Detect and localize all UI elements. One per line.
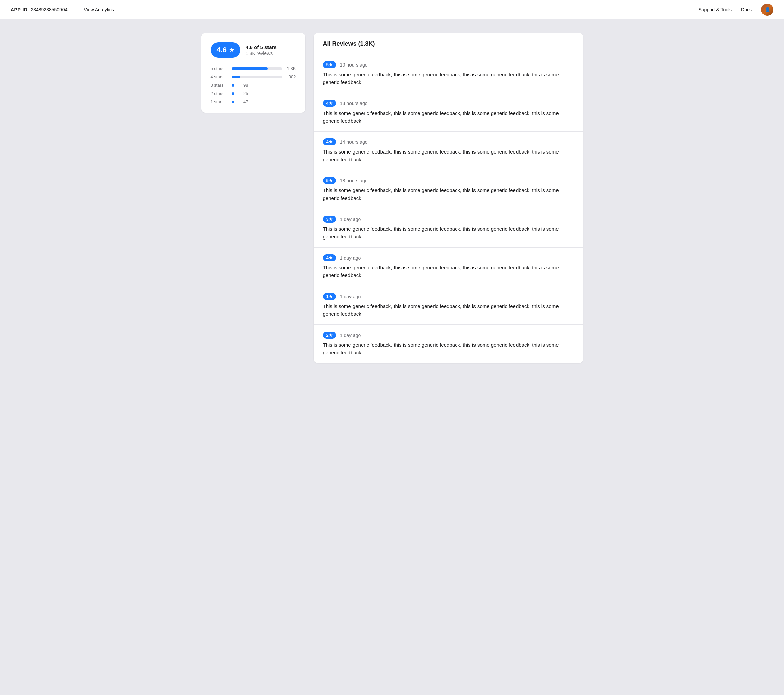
review-time: 18 hours ago [340,178,367,183]
app-id-label: APP ID [11,7,27,12]
review-stars-badge: 5★ [323,61,336,68]
review-item: 1★1 day agoThis is some generic feedback… [313,286,583,325]
rating-of-5: 4.6 of 5 stars [245,44,277,50]
review-text: This is some generic feedback, this is s… [323,225,574,240]
review-text: This is some generic feedback, this is s… [323,110,574,125]
bar-fill [232,76,240,78]
rating-summary: 4.6 of 5 stars 1.8K reviews [245,44,277,56]
review-stars-badge: 4★ [323,138,336,145]
review-stars-badge: 4★ [323,100,336,107]
bar-track [232,76,282,78]
review-stars-badge: 5★ [323,177,336,184]
review-item: 4★14 hours agoThis is some generic feedb… [313,131,583,170]
rating-card: 4.6 ★ 4.6 of 5 stars 1.8K reviews 5 star… [201,33,305,113]
review-item: 2★1 day agoThis is some generic feedback… [313,325,583,363]
rating-bar-row: 3 stars98 [211,83,296,88]
review-time: 10 hours ago [340,62,367,67]
bar-count: 302 [285,74,296,79]
review-time: 1 day ago [340,333,361,338]
review-text: This is some generic feedback, this is s… [323,148,574,163]
rating-count: 1.8K reviews [245,51,277,56]
docs-link[interactable]: Docs [741,7,752,12]
bar-fill [232,67,268,70]
bar-label: 4 stars [211,74,228,79]
review-meta: 2★1 day ago [323,332,574,338]
bar-label: 1 star [211,99,228,105]
rating-bar-row: 5 stars1.3K [211,66,296,71]
review-meta: 1★1 day ago [323,293,574,300]
review-meta: 4★13 hours ago [323,100,574,107]
bar-count: 47 [237,99,248,105]
avatar[interactable]: 👤 [761,4,773,16]
review-stars-badge: 1★ [323,293,336,300]
rating-badge: 4.6 ★ [211,42,240,58]
review-stars-badge: 2★ [323,332,336,338]
bar-count: 98 [237,83,248,88]
review-text: This is some generic feedback, this is s… [323,71,574,86]
rating-score: 4.6 [217,46,227,54]
reviews-title: All Reviews (1.8K) [323,40,375,47]
review-time: 1 day ago [340,294,361,299]
view-analytics-link[interactable]: View Analytics [84,7,114,12]
rating-bar-row: 2 stars25 [211,91,296,96]
bar-label: 5 stars [211,66,228,71]
review-item: 3★1 day agoThis is some generic feedback… [313,209,583,248]
rating-bar-row: 4 stars302 [211,74,296,79]
reviews-list: 5★10 hours agoThis is some generic feedb… [313,54,583,363]
bar-track [232,67,282,70]
review-item: 4★1 day agoThis is some generic feedback… [313,248,583,286]
review-text: This is some generic feedback, this is s… [323,187,574,202]
rating-top: 4.6 ★ 4.6 of 5 stars 1.8K reviews [211,42,296,58]
reviews-panel: All Reviews (1.8K) 5★10 hours agoThis is… [313,33,583,363]
app-id-value: 23489238550904 [31,7,67,12]
review-stars-badge: 4★ [323,254,336,261]
bar-dot [232,84,234,87]
review-text: This is some generic feedback, this is s… [323,303,574,318]
bar-count: 1.3K [285,66,296,71]
header-divider [78,6,78,14]
bar-dot [232,101,234,104]
rating-bars: 5 stars1.3K4 stars3023 stars982 stars251… [211,66,296,105]
review-meta: 5★18 hours ago [323,177,574,184]
review-meta: 3★1 day ago [323,216,574,223]
bar-label: 3 stars [211,83,228,88]
rating-star-icon: ★ [229,46,234,54]
review-meta: 5★10 hours ago [323,61,574,68]
review-meta: 4★1 day ago [323,254,574,261]
header-left: APP ID 23489238550904 View Analytics [11,6,114,14]
header-right: Support & Tools Docs 👤 [698,4,774,16]
bar-count: 25 [237,91,248,96]
review-item: 5★10 hours agoThis is some generic feedb… [313,54,583,93]
review-stars-badge: 3★ [323,216,336,223]
review-time: 1 day ago [340,217,361,222]
review-item: 4★13 hours agoThis is some generic feedb… [313,93,583,131]
support-tools-link[interactable]: Support & Tools [698,7,732,12]
review-text: This is some generic feedback, this is s… [323,341,574,357]
review-time: 1 day ago [340,255,361,261]
app-header: APP ID 23489238550904 View Analytics Sup… [0,0,784,20]
review-meta: 4★14 hours ago [323,138,574,145]
review-text: This is some generic feedback, this is s… [323,264,574,279]
bar-dot [232,92,234,95]
review-time: 13 hours ago [340,101,367,106]
review-item: 5★18 hours agoThis is some generic feedb… [313,170,583,209]
bar-label: 2 stars [211,91,228,96]
reviews-header: All Reviews (1.8K) [313,33,583,54]
main-content: 4.6 ★ 4.6 of 5 stars 1.8K reviews 5 star… [191,20,594,376]
review-time: 14 hours ago [340,140,367,145]
rating-bar-row: 1 star47 [211,99,296,105]
